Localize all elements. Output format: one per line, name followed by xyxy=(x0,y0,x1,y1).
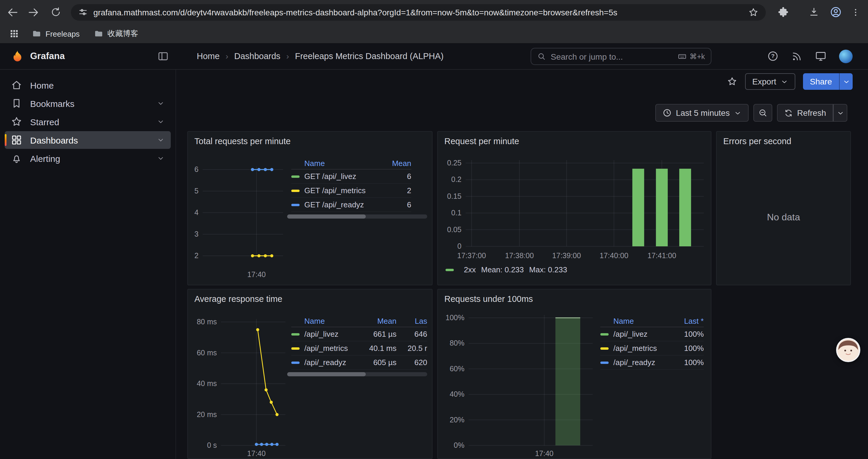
sidebar-item-starred[interactable]: Starred xyxy=(5,113,171,131)
series-name[interactable]: GET /api/_readyz xyxy=(304,200,364,209)
column-name[interactable]: Name xyxy=(304,317,362,326)
series-mean-value: 6 xyxy=(407,172,411,181)
sidebar-toggle-icon[interactable] xyxy=(157,50,169,62)
series-name[interactable]: GET /api/_metrics xyxy=(304,186,366,195)
series-name[interactable]: GET /api/_livez xyxy=(304,172,356,181)
legend-scrollbar-thumb[interactable] xyxy=(287,372,366,376)
apps-grid-button[interactable] xyxy=(6,25,23,42)
legend-scrollbar[interactable] xyxy=(287,372,427,376)
column-mean[interactable]: Mean xyxy=(362,317,397,326)
zoom-out-button[interactable] xyxy=(753,104,772,122)
bookmark-label: Freeleaps xyxy=(45,29,80,38)
series-name[interactable]: /api/_readyz xyxy=(304,358,362,367)
reload-button[interactable] xyxy=(46,2,66,22)
time-range-picker[interactable]: Last 5 minutes xyxy=(655,104,749,122)
svg-text:80 ms: 80 ms xyxy=(197,318,217,326)
breadcrumb-home[interactable]: Home xyxy=(197,52,219,61)
arrow-left-icon xyxy=(7,6,19,18)
bookmark-star-icon[interactable] xyxy=(748,7,759,18)
column-name[interactable]: Name xyxy=(304,159,325,168)
legend-scrollbar-thumb[interactable] xyxy=(287,215,366,219)
sidebar-item-dashboards[interactable]: Dashboards xyxy=(5,131,171,149)
requests-under-100ms-chart[interactable]: 100%80%60%40%20%0%17:40 xyxy=(438,290,711,459)
assistant-avatar[interactable] xyxy=(836,338,860,362)
panel-request-per-minute: 0.250.20.150.10.05017:37:0017:38:0017:39… xyxy=(437,131,711,285)
kebab-menu-icon xyxy=(851,7,860,17)
downloads-button[interactable] xyxy=(804,2,824,22)
series-name[interactable]: /api/_metrics xyxy=(613,344,657,353)
refresh-icon xyxy=(784,108,793,117)
series-name[interactable]: /api/_metrics xyxy=(304,344,362,353)
search-box[interactable]: ⌘+k xyxy=(531,48,711,65)
user-avatar[interactable] xyxy=(839,49,852,63)
monitor-icon[interactable] xyxy=(815,50,827,62)
chevron-down-icon[interactable] xyxy=(157,154,165,162)
svg-text:17:38:00: 17:38:00 xyxy=(505,251,533,260)
legend-table: Name Mean Las /api/_livez 661 µs 646 /ap… xyxy=(291,316,427,370)
chevron-down-icon[interactable] xyxy=(157,136,165,144)
breadcrumb-separator: › xyxy=(286,52,289,61)
search-input[interactable] xyxy=(551,52,673,61)
export-button[interactable]: Export xyxy=(745,73,795,90)
rss-icon[interactable] xyxy=(791,51,802,62)
chevron-down-icon[interactable] xyxy=(157,99,165,107)
series-name[interactable]: /api/_livez xyxy=(613,330,648,338)
svg-text:3: 3 xyxy=(194,230,198,238)
share-button[interactable]: Share xyxy=(803,73,839,90)
column-name[interactable]: Name xyxy=(613,317,634,326)
help-icon[interactable]: ? xyxy=(767,50,779,62)
back-button[interactable] xyxy=(3,2,23,22)
dashboard-actions: Export Share xyxy=(727,73,852,90)
sidebar-item-bookmarks[interactable]: Bookmarks xyxy=(5,95,171,112)
legend-table: Name Last * /api/_livez 100% /api/_metri… xyxy=(600,316,704,370)
panel-requests-under-100ms: 100%80%60%40%20%0%17:40 Requests under 1… xyxy=(437,289,711,459)
forward-button[interactable] xyxy=(23,2,42,22)
series-name[interactable]: 2xx xyxy=(464,265,476,274)
column-mean[interactable]: Mean xyxy=(392,159,411,168)
omnibox[interactable] xyxy=(71,4,766,21)
site-settings-icon[interactable] xyxy=(78,7,88,17)
sidebar-item-alerting[interactable]: Alerting xyxy=(5,150,171,167)
brand: Grafana xyxy=(0,43,176,69)
legend-scrollbar[interactable] xyxy=(287,215,427,219)
profile-button[interactable] xyxy=(826,2,845,22)
panel-title[interactable]: Total requests per minute xyxy=(194,136,291,146)
arrow-right-icon xyxy=(27,6,39,18)
series-last-value: 100% xyxy=(684,358,704,367)
favorite-star-icon[interactable] xyxy=(727,76,737,87)
grafana-logo[interactable] xyxy=(11,49,24,63)
panel-title[interactable]: Requests under 100ms xyxy=(444,294,533,304)
svg-text:20%: 20% xyxy=(450,416,464,424)
series-name[interactable]: /api/_readyz xyxy=(613,358,655,367)
share-menu-button[interactable] xyxy=(839,73,852,90)
breadcrumb-dashboards[interactable]: Dashboards xyxy=(234,52,280,61)
panel-title[interactable]: Request per minute xyxy=(444,136,519,146)
svg-text:0%: 0% xyxy=(454,441,464,449)
dashboards-icon xyxy=(11,134,23,146)
extensions-button[interactable] xyxy=(773,2,793,22)
panel-title[interactable]: Average response time xyxy=(194,294,282,304)
svg-text:0.15: 0.15 xyxy=(447,192,462,200)
chevron-down-icon xyxy=(842,78,850,85)
column-last[interactable]: Last * xyxy=(684,317,704,326)
reload-icon xyxy=(50,6,61,18)
download-icon xyxy=(808,6,819,18)
request-per-minute-chart[interactable]: 0.250.20.150.10.05017:37:0017:38:0017:39… xyxy=(438,132,711,285)
chevron-down-icon[interactable] xyxy=(157,118,165,126)
menu-button[interactable] xyxy=(848,2,863,22)
refresh-interval-button[interactable] xyxy=(833,104,847,122)
legend-row: /api/_readyz 605 µs 620 xyxy=(291,356,427,370)
refresh-button[interactable]: Refresh xyxy=(777,104,833,122)
panel-title[interactable]: Errors per second xyxy=(723,136,792,146)
avatar-face xyxy=(837,339,859,361)
column-last[interactable]: Las xyxy=(397,317,427,326)
svg-text:17:37:00: 17:37:00 xyxy=(457,251,486,260)
bookmark-freeleaps[interactable]: Freeleaps xyxy=(27,27,85,41)
sidebar-item-home[interactable]: Home xyxy=(5,76,171,94)
series-name[interactable]: /api/_livez xyxy=(304,330,362,338)
search-shortcut: ⌘+k xyxy=(678,52,705,61)
url-input[interactable] xyxy=(93,7,743,17)
bookmark-blog[interactable]: 收藏博客 xyxy=(89,26,143,41)
legend-row: GET /api/_livez 6 xyxy=(291,169,411,184)
svg-text:17:40: 17:40 xyxy=(535,449,554,458)
